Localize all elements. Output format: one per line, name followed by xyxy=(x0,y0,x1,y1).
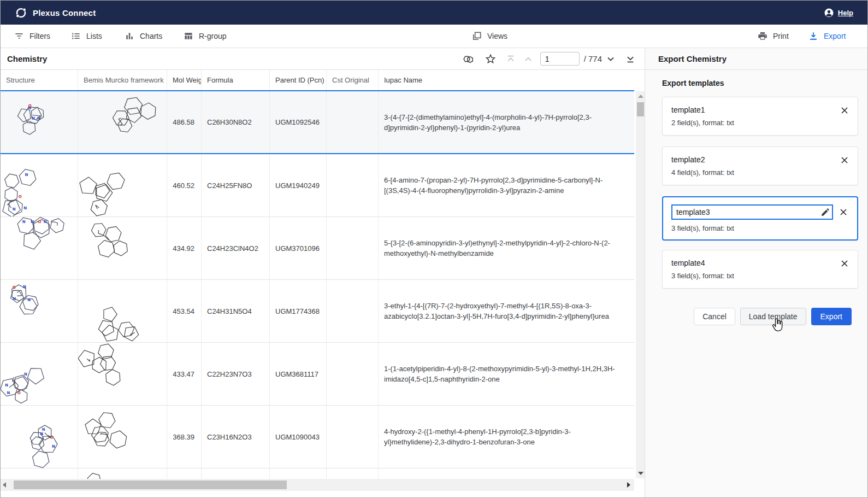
delete-template-icon[interactable] xyxy=(838,207,849,218)
table-row[interactable]: NNON 453.54 C24H31N5O4 UGM1774368 3-ethy… xyxy=(1,280,634,343)
load-template-button[interactable]: Load template xyxy=(740,308,806,325)
mol-weight-cell: 486.58 xyxy=(167,91,202,153)
cancel-button[interactable]: Cancel xyxy=(694,308,735,325)
views-label: Views xyxy=(487,32,507,40)
column-header-formula[interactable]: Formula xyxy=(202,70,270,90)
favorite-star-icon[interactable] xyxy=(485,53,497,65)
template-card-3-selected[interactable]: 3 field(s), format: txt xyxy=(662,196,858,241)
formula-cell: C26H30N8O2 xyxy=(202,91,270,153)
delete-template-icon[interactable] xyxy=(839,155,850,166)
filters-button[interactable]: Filters xyxy=(14,25,50,48)
svg-text:N: N xyxy=(7,390,10,395)
template-details: 3 field(s), format: txt xyxy=(671,272,849,280)
table-row-partial[interactable]: NNON xyxy=(1,468,634,479)
scroll-down-arrow[interactable] xyxy=(636,470,645,477)
cst-original-cell xyxy=(327,406,379,468)
previous-record-icon[interactable] xyxy=(523,54,534,65)
table-body: NNON 486.58 C26H30N8O2 UGM1092546 3-(4-{… xyxy=(1,90,634,479)
main-toolbar: Filters Lists Charts R-group xyxy=(1,25,867,48)
svg-text:N: N xyxy=(23,206,27,210)
formula-cell xyxy=(202,468,270,479)
charts-button[interactable]: Charts xyxy=(124,25,162,48)
views-button[interactable]: Views xyxy=(471,25,507,48)
column-header-iupac-name[interactable]: Iupac Name xyxy=(379,70,634,90)
horizontal-scrollbar[interactable] xyxy=(1,479,634,491)
framework-cell xyxy=(78,343,167,405)
export-toolbar-button[interactable]: Export xyxy=(808,25,846,48)
scroll-right-arrow[interactable] xyxy=(625,479,633,491)
framework-cell xyxy=(78,217,167,279)
framework-drawing xyxy=(78,406,167,468)
help-label: Help xyxy=(838,9,853,17)
brand: Plexus Connect xyxy=(1,7,96,19)
svg-text:N: N xyxy=(32,116,35,121)
edit-pencil-icon[interactable] xyxy=(820,207,830,217)
print-button[interactable]: Print xyxy=(757,25,789,48)
print-label: Print xyxy=(773,32,789,40)
svg-text:N: N xyxy=(13,296,16,301)
svg-text:N: N xyxy=(42,427,45,432)
template-details: 3 field(s), format: txt xyxy=(671,224,849,232)
framework-drawing xyxy=(78,280,167,342)
next-record-icon[interactable] xyxy=(605,54,616,65)
mol-weight-cell: 460.52 xyxy=(167,154,202,216)
svg-text:N: N xyxy=(31,219,34,224)
last-record-icon[interactable] xyxy=(625,54,636,65)
scroll-up-arrow[interactable] xyxy=(636,92,645,100)
framework-drawing xyxy=(78,217,167,279)
parent-id-cell: UGM1090043 xyxy=(270,406,327,468)
formula-cell: C24H31N5O4 xyxy=(202,280,270,342)
scroll-left-arrow[interactable] xyxy=(1,479,8,491)
table-header: Structure Bemis Murcko framework Mol Wei… xyxy=(1,70,634,90)
structure-drawing: NNON xyxy=(1,468,78,479)
template-details: 4 field(s), format: txt xyxy=(671,168,849,177)
framework-drawing xyxy=(78,154,167,216)
template-name-input[interactable] xyxy=(671,204,833,220)
lists-label: Lists xyxy=(86,32,102,40)
horizontal-scroll-thumb[interactable] xyxy=(14,481,287,489)
structure-search-icon[interactable] xyxy=(462,52,475,66)
vertical-scrollbar[interactable] xyxy=(636,91,645,478)
column-header-cst-original[interactable]: Cst Original xyxy=(327,70,379,90)
structure-cell: NNON xyxy=(1,406,78,468)
cst-original-cell xyxy=(327,468,379,479)
table-row[interactable]: NNON 368.39 C23H16N2O3 UGM1090043 4-hydr… xyxy=(1,406,634,468)
framework-cell xyxy=(78,91,167,153)
lists-button[interactable]: Lists xyxy=(70,25,102,48)
svg-text:N: N xyxy=(40,431,43,436)
table-row[interactable]: NNON 460.52 C24H25FN8O UGM1940249 6-[4-a… xyxy=(1,154,634,217)
table-row[interactable]: NNON 434.92 C24H23ClN4O2 UGM3701096 5-{3… xyxy=(1,217,634,280)
page-number-input[interactable] xyxy=(540,52,580,66)
mol-weight-cell: 434.92 xyxy=(167,217,202,279)
template-card-2[interactable]: template2 4 field(s), format: txt xyxy=(662,147,858,185)
template-card-4[interactable]: template4 3 field(s), format: txt xyxy=(662,250,858,289)
iupac-name-cell: 5-{3-[2-(6-aminopyridin-3-yl)ethynyl]-2-… xyxy=(379,217,634,279)
cst-original-cell xyxy=(327,280,379,342)
table-row-selected[interactable]: NNON 486.58 C26H30N8O2 UGM1092546 3-(4-{… xyxy=(1,90,634,154)
svg-text:O: O xyxy=(50,435,54,440)
export-button[interactable]: Export xyxy=(811,308,852,325)
column-header-framework[interactable]: Bemis Murcko framework xyxy=(78,70,167,90)
framework-cell xyxy=(78,154,167,216)
template-card-1[interactable]: template1 2 field(s), format: txt xyxy=(662,97,858,136)
grid-title: Chemistry xyxy=(7,48,47,69)
iupac-name-cell: 1-(1-acetylpiperidin-4-yl)-8-(2-methoxyp… xyxy=(379,343,634,405)
svg-text:N: N xyxy=(25,172,28,177)
app-title: Plexus Connect xyxy=(33,8,96,17)
rgroup-button[interactable]: R-group xyxy=(183,25,227,48)
column-header-parent-id[interactable]: Parent ID (Pcn) xyxy=(270,70,327,90)
column-header-mol-weight[interactable]: Mol Weigh xyxy=(167,70,202,90)
table-row[interactable]: NNON 433.47 C22H23N7O3 UGM3681117 1-(1-a… xyxy=(1,343,634,406)
column-header-structure[interactable]: Structure xyxy=(1,70,78,90)
iupac-name-cell: 3-(4-{7-[2-(dimethylamino)ethyl]-4-(morp… xyxy=(379,91,634,153)
parent-id-cell: UGM1940249 xyxy=(270,154,327,216)
delete-template-icon[interactable] xyxy=(839,105,850,116)
framework-cell xyxy=(78,468,167,479)
structure-cell: NNON xyxy=(1,468,78,479)
page-total-label: / 774 xyxy=(584,54,602,63)
help-button[interactable]: Help xyxy=(824,8,867,18)
parent-id-cell xyxy=(270,468,327,479)
first-record-icon[interactable] xyxy=(505,54,516,65)
vertical-scroll-thumb[interactable] xyxy=(637,102,644,116)
delete-template-icon[interactable] xyxy=(839,258,850,269)
